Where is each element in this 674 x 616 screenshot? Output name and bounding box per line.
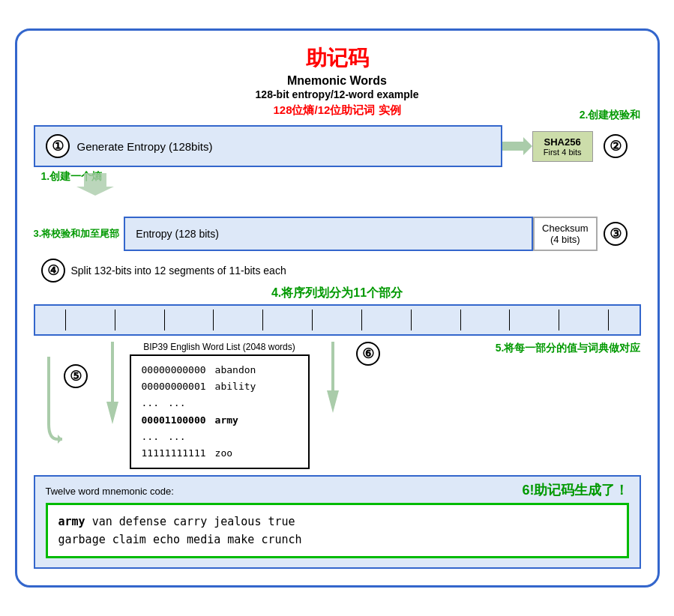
divider-11	[559, 309, 559, 330]
checksum-box: Checksum (4 bits)	[533, 217, 597, 251]
first4-label: First 4 bits	[544, 148, 582, 157]
row-steps-1-2: ① Generate Entropy (128bits) 1.创建一个熵 2.创…	[34, 125, 641, 167]
binary-1: 00000000000	[142, 362, 206, 378]
bip39-label: BIP39 English Word List (2048 words)	[143, 342, 295, 352]
step1-circle: ①	[46, 134, 70, 158]
binary-zoo: 11111111111	[142, 445, 206, 462]
svg-marker-4	[327, 390, 339, 413]
bip39-row-army: 00001100000 army	[142, 412, 298, 429]
title-cn: 助记码	[34, 44, 641, 73]
entropy-box: Entropy (128 bits)	[124, 217, 533, 251]
svg-marker-3	[106, 402, 118, 424]
divider-1	[65, 309, 66, 330]
word-army: army	[215, 412, 238, 429]
divider-5	[262, 309, 263, 330]
svg-marker-1	[76, 173, 114, 196]
step1-label: Generate Entropy (128bits)	[77, 140, 213, 153]
step1-box: ① Generate Entropy (128bits)	[34, 125, 502, 167]
checksum-bits: (4 bits)	[550, 234, 580, 245]
divider-9	[460, 309, 461, 330]
step6-circle: ⑥	[356, 342, 380, 366]
sha256-label: SHA256	[544, 136, 581, 148]
arrow-down-area	[34, 173, 641, 196]
label-4: 4.将序列划分为11个部分	[34, 286, 641, 301]
binary-dots2: ...	[142, 429, 159, 445]
step2-circle: ②	[604, 134, 628, 158]
bip39-row-2: 00000000001 ability	[142, 378, 298, 395]
label-3: 3.将校验和加至尾部	[34, 217, 120, 251]
word-zoo: zoo	[215, 445, 232, 462]
binary-army: 00001100000	[142, 412, 206, 429]
bip39-box: 00000000000 abandon 00000000001 ability …	[130, 354, 310, 469]
bip39-row-dots1: ... ...	[142, 395, 298, 411]
binary-dots1: ...	[142, 395, 159, 411]
word-dots1: ...	[168, 395, 185, 411]
bits-bar	[34, 304, 641, 336]
divider-2	[115, 309, 115, 330]
mnemonic-rest: van defense carry jealous truegarbage cl…	[58, 515, 302, 546]
word-1: abandon	[215, 362, 256, 378]
label-6: 6!助记码生成了！	[522, 481, 628, 499]
subtitle-en: 128-bit entropy/12-word example	[34, 88, 641, 100]
arrow-to-sha	[502, 125, 532, 167]
svg-marker-2	[58, 435, 62, 444]
bip39-row-dots2: ... ...	[142, 429, 298, 445]
subtitle-cn: 128位熵/12位助记词 实例	[34, 103, 641, 118]
checksum-label: Checksum	[542, 223, 588, 234]
divider-6	[312, 309, 313, 330]
divider-8	[411, 309, 412, 330]
step3-circle-wrap: ③	[598, 217, 641, 251]
step5-circle: ⑤	[64, 364, 88, 388]
divider-7	[361, 309, 362, 330]
row-step-5: ⑤ BIP39 English Word List (2048 words) 0…	[34, 342, 641, 469]
divider-4	[213, 309, 214, 330]
mnemonic-first-word: army	[58, 515, 85, 528]
step2-circle-wrap: ②	[598, 134, 641, 158]
binary-2: 00000000001	[142, 378, 206, 395]
bip39-row-zoo: 11111111111 zoo	[142, 445, 298, 462]
svg-marker-0	[502, 137, 532, 155]
bip39-row-1: 00000000000 abandon	[142, 362, 298, 378]
sha256-box: SHA256 First 4 bits	[532, 131, 593, 162]
bip39-wrapper: BIP39 English Word List (2048 words) 000…	[130, 342, 310, 469]
divider-10	[509, 309, 510, 330]
word-2: ability	[215, 378, 256, 395]
entropy-text: Entropy (128 bits)	[136, 228, 219, 240]
step4-desc: ④ Split 132-bits into 12 segments of 11-…	[34, 259, 641, 283]
step4-text: Split 132-bits into 12 segments of 11-bi…	[71, 265, 286, 277]
step4-circle: ④	[41, 259, 65, 283]
row-step-6: 6!助记码生成了！ Twelve word mnemonic code: arm…	[34, 475, 641, 569]
label-5: 5.将每一部分的值与词典做对应	[496, 342, 641, 355]
step6-circle-wrap: ⑥	[356, 342, 388, 373]
step3-circle: ③	[604, 222, 628, 246]
mnemonic-box: army van defense carry jealous truegarba…	[46, 503, 629, 558]
divider-3	[164, 309, 165, 330]
main-container: 助记码 Mnemonic Words 128-bit entropy/12-wo…	[15, 28, 660, 588]
divider-12	[608, 309, 609, 330]
row-step-4: ④ Split 132-bits into 12 segments of 11-…	[34, 259, 641, 336]
word-dots2: ...	[168, 429, 185, 445]
label-2: 2.创建校验和	[580, 109, 641, 122]
title-en: Mnemonic Words	[34, 74, 641, 88]
row-step-3: 3.将校验和加至尾部 Entropy (128 bits) Checksum (…	[34, 217, 641, 251]
